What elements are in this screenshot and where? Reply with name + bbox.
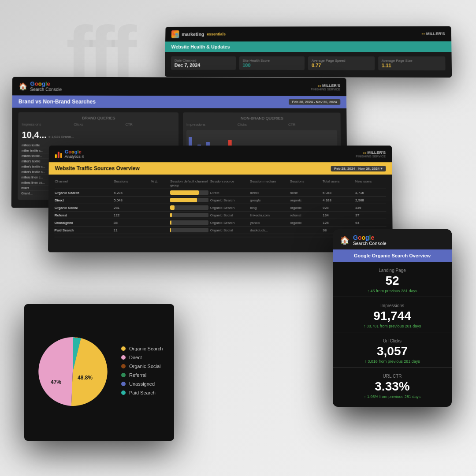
marketing-cell-speed: Average Page Speed 0.77	[308, 56, 375, 70]
pie-label-direct: 47%	[51, 379, 61, 385]
pie-svg-wrapper: 48.8% 47%	[33, 332, 112, 413]
marketing-content: Date Checked Dec 7, 2024 Site Health Sco…	[165, 52, 452, 78]
legend-label-referral: Referral	[129, 372, 146, 378]
table-row: Direct 5,048 Organic Search google organ…	[55, 197, 386, 204]
marketing-header: marketing essentials ⚏ MILLER'S	[165, 26, 451, 41]
scene: fff marketing essentials ⚏ MILLER'S	[0, 0, 476, 476]
card-gsc-mobile: 🏠 Google Search Console Google Organic S…	[333, 229, 452, 407]
gsc-metric-url-clicks: Url Clicks 3,057 3,016 from previous 281…	[333, 332, 452, 368]
marketing-logo-icon	[171, 30, 179, 38]
card-marketing: marketing essentials ⚏ MILLER'S Website …	[165, 26, 452, 78]
legend-dot-unassigned	[121, 382, 126, 386]
table-row: Referral 122 Organic Social linkedin.com…	[55, 212, 387, 219]
legend-dot-direct	[121, 355, 126, 360]
legend-item-direct: Direct	[121, 355, 165, 360]
legend-dot-organic	[121, 346, 126, 351]
marketing-logo-text: marketing	[182, 32, 204, 37]
pie-label-organic: 48.8%	[78, 375, 93, 381]
marketing-cell-health: Site Health Score 100	[239, 56, 305, 70]
gsc-logo-text-block: Google Search Console	[30, 80, 62, 92]
legend-item-referral: Referral	[121, 372, 165, 378]
marketing-logo-sub: essentials	[207, 32, 226, 36]
legend-item-social: Organic Social	[121, 364, 165, 369]
table-row: Unassigned 38 Organic Search yahoo organ…	[54, 219, 386, 227]
gsc-mobile-logo-icon: 🏠	[340, 235, 350, 245]
ga-banner: Website Traffic Sources Overview Feb 28,…	[48, 162, 392, 175]
gsc-metric-landing-page: Landing Page 52 45 from previous 281 day…	[333, 262, 452, 297]
legend-dot-social	[121, 364, 126, 368]
legend-label-direct: Direct	[129, 355, 142, 360]
gsc-mobile-logo-text: Google Search Console	[353, 234, 387, 246]
marketing-cell-size: Average Page Size 1.11	[378, 56, 446, 71]
legend-item-unassigned: Unassigned	[121, 381, 165, 387]
legend-dot-referral	[121, 373, 126, 377]
legend-label-organic: Organic Search	[129, 346, 163, 351]
legend-label-paid: Paid Search	[129, 390, 156, 395]
gsc-mobile-header: 🏠 Google Search Console	[333, 229, 452, 249]
table-row: Organic Social 281 Organic Search bing o…	[55, 204, 386, 212]
marketing-cell-date: Date Checked Dec 7, 2024	[171, 56, 236, 70]
gsc-logo-icon: 🏠	[19, 82, 27, 90]
pie-legend: Organic Search Direct Organic Social Ref…	[121, 346, 165, 399]
legend-item-organic: Organic Search	[121, 346, 165, 351]
gsc-header: 🏠 Google Search Console ⚏ MILLER'S FINIS…	[12, 77, 346, 96]
millers-logo-marketing: ⚏ MILLER'S	[421, 31, 445, 36]
gsc-big-number: 10,4... x 1,021 Brand...	[22, 130, 175, 140]
legend-item-paid: Paid Search	[121, 390, 165, 395]
millers-logo-gsc: ⚏ MILLER'S FINISHING SERVICE	[311, 83, 340, 91]
ga-logo: Google Analytics 4	[55, 149, 84, 159]
table-row: Organic Search 5,235 Direct direct none …	[55, 189, 386, 197]
gsc-logo-line1: Google	[30, 80, 62, 87]
ga-logo-text-block: Google Analytics 4	[65, 149, 84, 159]
legend-label-social: Organic Social	[129, 364, 161, 369]
ga-date-range[interactable]: Feb 28, 2024 - Nov 26, 2024 ▾	[331, 166, 386, 171]
ga-logo-bars	[55, 150, 62, 158]
millers-logo-ga: ⚏ MILLER'S FINISHING SERVICE	[356, 150, 386, 158]
marketing-banner: Website Health & Updates	[165, 41, 452, 52]
gsc-logo-line2: Search Console	[30, 87, 62, 92]
pie-chart: 48.8% 47%	[33, 332, 112, 411]
legend-dot-paid	[121, 390, 126, 395]
gsc-metric-impressions: Impressions 91,744 88,781 from previous …	[333, 297, 452, 332]
ga-table-header: Channel Sessions % △ Session default cha…	[55, 178, 386, 189]
gsc-metric-url-ctr: URL CTR 3.33% 1.95% from previous 281 da…	[333, 368, 452, 402]
card-pie: 48.8% 47% Organic Search Direct Organic …	[24, 304, 174, 441]
marketing-logo: marketing essentials	[171, 30, 226, 38]
gsc-banner: Brand vs Non-Brand Searches Feb 28, 2024…	[12, 95, 347, 108]
gsc-mobile-banner: Google Organic Search Overview	[333, 249, 452, 262]
ga-header: Google Analytics 4 ⚏ MILLER'S FINISHING …	[49, 145, 392, 162]
legend-label-unassigned: Unassigned	[129, 381, 155, 387]
gsc-date-range[interactable]: Feb 28, 2024 - Nov 26, 2024	[289, 99, 340, 105]
gsc-logo: 🏠 Google Search Console	[19, 80, 62, 92]
